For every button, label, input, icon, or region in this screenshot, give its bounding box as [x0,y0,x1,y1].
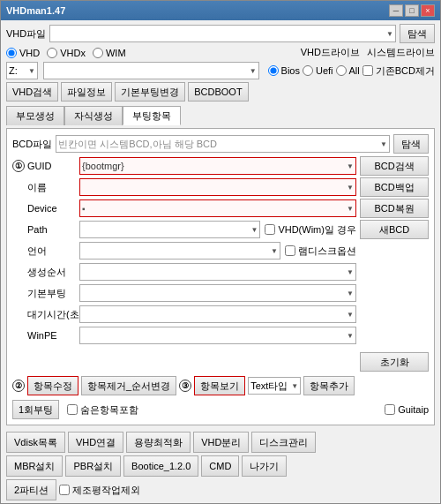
bottom-bar: Vdisk목록 VHD연결 용량최적화 VHD분리 디스크관리 [1,429,440,455]
title-bar: VHDman1.47 ─ □ × [1,1,440,20]
all-radio[interactable] [336,65,347,76]
partition2-btn[interactable]: 2파티션 [6,479,56,500]
bcd-copy-btn[interactable]: BCD복원 [360,199,429,218]
minimize-button[interactable]: ─ [389,4,403,17]
creation-order-combo[interactable]: ▼ [79,263,356,281]
tab-child-creation[interactable]: 자식생성 [64,106,123,125]
language-combo[interactable]: ▼ [79,242,280,260]
vhd-file-combo[interactable]: ▼ [49,25,396,42]
vhd-file-row: VHD파일 ▼ 탐색 [6,24,435,43]
reset-btn[interactable]: 초기화 [360,352,429,372]
base-boot-label: 기본부팅 [27,287,77,300]
bcd-search-btn2[interactable]: BCD검색 [360,156,429,176]
bcd-backup-btn[interactable]: BCD백업 [360,177,429,197]
creation-order-row: 생성순서 ▼ [12,262,356,282]
winpe-row: WinPE ▼ [12,326,356,345]
uefi-radio-group[interactable]: Uefi [303,65,333,76]
system-drive-label: 시스템드라이브 [367,46,435,59]
remove-manufacture-check[interactable] [59,485,70,495]
exit-btn[interactable]: 나가기 [242,455,287,477]
base-boot-combo[interactable]: ▼ [79,284,356,302]
disk-manage-btn[interactable]: 디스크관리 [251,432,316,453]
one-boot-btn[interactable]: 1회부팅 [12,400,59,419]
vhd-search-button[interactable]: 탐색 [400,24,435,43]
pbr-setup-btn[interactable]: PBR설치 [65,455,121,477]
tab-parent-creation[interactable]: 부모생성 [6,106,64,125]
text-type-label: Text타입 [250,380,288,393]
cmd-btn[interactable]: CMD [201,455,239,477]
item-remove-btn[interactable]: 항목제거_순서변경 [81,376,176,395]
item-add-btn[interactable]: 항목추가 [303,376,355,395]
gui-type-check[interactable] [385,404,395,415]
vhd-radio-label: VHD [19,48,40,58]
vhdx-radio-label: VHDx [60,48,86,58]
ramdisk-check[interactable] [285,245,295,256]
vhd-split-btn[interactable]: VHD분리 [193,432,249,453]
hidden-items-check[interactable] [67,404,78,415]
bottom-bar-3: 2파티션 제조평작업제외 [1,479,440,503]
vhdx-radio[interactable] [47,48,57,58]
base-boot-change-btn[interactable]: 기본부팅변경 [115,82,185,102]
base-bcd-remove-check[interactable] [363,65,373,76]
top-buttons-row: VHD검색 파일정보 기본부팅변경 BCDBOOT [6,82,435,102]
gui-type-label: Guitaip [398,404,429,415]
guid-label: GUID [27,161,77,171]
bios-radio-group[interactable]: Bios [268,65,300,76]
all-radio-group[interactable]: All [336,65,360,76]
wait-time-row: 대기시간(초) ▼ [12,305,356,324]
uefi-radio[interactable] [303,65,313,76]
language-label: 언어 [27,244,77,258]
new-bcd-btn[interactable]: 새BCD [360,220,429,239]
vhd-search-btn2[interactable]: VHD검색 [6,82,58,102]
vdisk-list-btn[interactable]: Vdisk목록 [6,432,65,453]
text-type-combo[interactable]: Text타입 ▼ [248,377,301,395]
path-combo[interactable]: ▼ [79,221,260,238]
wim-radio[interactable] [93,48,103,58]
winpe-combo[interactable]: ▼ [79,327,356,344]
item-edit-btn[interactable]: 항목수정 [27,376,78,395]
remove-manufacture-label: 제조평작업제외 [72,484,140,497]
bcd-file-combo[interactable]: 빈칸이면 시스템BCD,아님 해당 BCD ▼ [56,135,390,153]
vhd-connect-btn[interactable]: VHD연결 [68,432,123,453]
close-button[interactable]: × [421,4,435,17]
vhdx-radio-group[interactable]: VHDx [47,48,86,58]
tab-panel-boot-items: BCD파일 빈칸이면 시스템BCD,아님 해당 BCD ▼ 탐색 ① GUID [6,128,435,425]
gui-type-group[interactable]: Guitaip [385,404,429,415]
ramdisk-label: 램디스크옵션 [298,244,356,258]
main-area: ① GUID {bootmgr} ▼ 이름 ▼ [12,156,429,372]
bcdboot-btn[interactable]: BCDBOOT [188,82,248,102]
left-panel: ① GUID {bootmgr} ▼ 이름 ▼ [12,156,356,372]
vhd-radio[interactable] [6,48,17,58]
base-bcd-remove-group[interactable]: 기존BCD제거 [363,64,435,78]
drive-combo[interactable]: Z: ▼ [6,62,38,79]
tab-bar: 부모생성 자식생성 부팅항목 [6,106,435,125]
remove-manufacture-group[interactable]: 제조평작업제외 [59,479,140,500]
path-row: Path ▼ VHD(Wim)일 경우 [12,220,356,239]
name-combo[interactable]: ▼ [79,178,356,196]
tab-boot-items[interactable]: 부팅항목 [123,106,181,125]
bootice-btn[interactable]: Bootice_1.2.0 [123,455,198,477]
bcd-placeholder: 빈칸이면 시스템BCD,아님 해당 BCD [58,137,217,152]
wim-radio-group[interactable]: WIM [93,48,126,58]
vhd-wim-check-group[interactable]: VHD(Wim)일 경우 [265,223,356,237]
vhd-radio-group[interactable]: VHD [6,48,40,58]
wim-radio-label: WIM [106,48,126,58]
device-row: Device ▪ ▼ [12,199,356,218]
item-view-btn[interactable]: 항목보기 [194,376,245,395]
maximize-button[interactable]: □ [405,4,419,17]
file-info-btn[interactable]: 파일정보 [61,82,112,102]
all-radio-label: All [349,65,360,76]
optimize-btn[interactable]: 용량최적화 [126,432,191,453]
vhd-wim-check[interactable] [265,224,275,235]
ramdisk-option-group[interactable]: 램디스크옵션 [285,244,356,258]
guid-combo[interactable]: {bootmgr} ▼ [79,157,356,175]
bcd-search-button[interactable]: 탐색 [393,134,429,154]
mbr-setup-btn[interactable]: MBR설치 [6,455,63,477]
path-label: Path [27,224,77,235]
vhd-wim-label: VHD(Wim)일 경우 [278,223,356,237]
bios-radio[interactable] [268,65,279,76]
hidden-items-group[interactable]: 숨은항목포함 [67,403,138,417]
device-combo[interactable]: ▪ ▼ [79,199,356,217]
wait-time-combo[interactable]: ▼ [79,305,356,323]
system-drive-combo[interactable]: ▼ [43,62,259,79]
